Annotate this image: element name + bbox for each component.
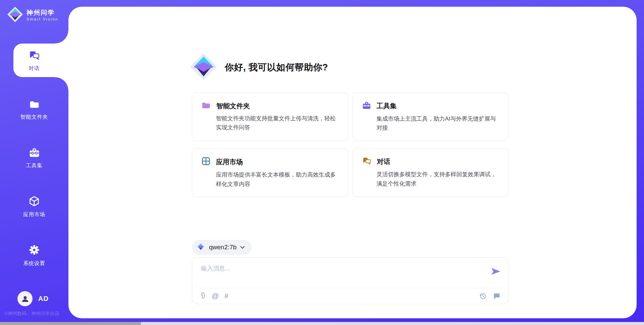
folder-open-icon (202, 101, 211, 111)
main-content: 你好, 我可以如何帮助你? 智能文件夹 智能文件夹功能支持批量文件上传与清洗，轻… (68, 7, 637, 318)
horizontal-scrollbar[interactable] (0, 322, 644, 325)
sidebar-item-smart-folder[interactable]: 智能文件夹 (0, 99, 68, 121)
sidebar-item-app-market[interactable]: 应用市场 (0, 196, 68, 218)
app-window: 神州问学 Smart Vision 对话 智能文件夹 (0, 0, 644, 325)
sidebar-item-toolset[interactable]: 工具集 (0, 147, 68, 169)
model-selector[interactable]: qwen2:7b (192, 240, 252, 255)
card-chat[interactable]: 对话 灵活切换多模型文件，支持多样回复效果调试，满足个性化需求 (353, 148, 509, 197)
chat-bubble-icon (493, 292, 501, 300)
gear-icon (29, 244, 40, 257)
sidebar-item-label: 应用市场 (23, 211, 45, 218)
greeting-title: 你好, 我可以如何帮助你? (225, 61, 328, 73)
sidebar-item-label: 对话 (29, 65, 40, 72)
model-name: qwen2:7b (209, 244, 236, 251)
grid-icon (202, 157, 210, 167)
card-title: 对话 (377, 157, 390, 166)
chat-icon (362, 157, 371, 167)
avatar (17, 291, 33, 306)
message-input[interactable] (200, 264, 470, 286)
brand-name: 神州问学 (26, 9, 58, 17)
message-composer: @ # (192, 257, 508, 304)
card-toolset[interactable]: 工具集 集成市场上主流工具，助力AI与外界无缝扩展与对接 (353, 92, 509, 141)
sidebar: 神州问学 Smart Vision 对话 智能文件夹 (0, 0, 68, 325)
toolbox-icon (362, 101, 371, 111)
folder-icon (29, 99, 40, 111)
cube-icon (29, 196, 40, 208)
greeting-diamond-logo-icon (189, 52, 218, 82)
sidebar-item-settings[interactable]: 系统设置 (0, 244, 68, 267)
card-title: 工具集 (377, 102, 397, 111)
card-title: 智能文件夹 (216, 102, 250, 111)
brand: 神州问学 Smart Vision (7, 6, 58, 24)
toolbox-icon (29, 147, 40, 159)
hash-icon: # (224, 292, 228, 300)
card-smart-folder[interactable]: 智能文件夹 智能文件夹功能支持批量文件上传与清洗，轻松实现文件问答 (192, 92, 348, 141)
quick-chat-button[interactable] (493, 292, 501, 300)
copyright-text: ©神州数码 · 神州问学出品 (4, 311, 59, 317)
scrollbar-thumb[interactable] (0, 322, 141, 325)
person-icon (21, 295, 30, 303)
mention-button[interactable]: @ (212, 292, 219, 299)
send-icon (491, 267, 501, 276)
card-app-market[interactable]: 应用市场 应用市场提供丰富长文本模板，助力高效生成多样化文章内容 (192, 148, 348, 197)
attach-file-button[interactable] (200, 291, 206, 300)
paperclip-icon (200, 291, 206, 300)
card-description: 应用市场提供丰富长文本模板，助力高效生成多样化文章内容 (216, 170, 338, 188)
sidebar-item-label: 工具集 (26, 162, 43, 169)
feature-cards: 智能文件夹 智能文件夹功能支持批量文件上传与清洗，轻松实现文件问答 (192, 92, 508, 197)
user-box[interactable]: AD (17, 291, 49, 306)
brand-subtitle: Smart Vision (26, 17, 58, 21)
user-initials: AD (38, 295, 49, 303)
sidebar-item-label: 智能文件夹 (20, 114, 48, 121)
sidebar-item-chat[interactable]: 对话 (0, 50, 68, 72)
card-description: 灵活切换多模型文件，支持多样回复效果调试，满足个性化需求 (377, 170, 499, 188)
card-description: 智能文件夹功能支持批量文件上传与清洗，轻松实现文件问答 (216, 114, 338, 132)
brand-diamond-logo-icon (7, 6, 23, 24)
card-title: 应用市场 (216, 157, 243, 167)
composer-tools-left: @ # (200, 291, 228, 300)
chat-icon (29, 50, 40, 62)
model-diamond-logo-icon (196, 242, 205, 253)
chevron-down-icon (240, 244, 245, 250)
at-icon: @ (212, 292, 219, 300)
send-button[interactable] (491, 267, 501, 277)
composer-divider (198, 288, 503, 288)
composer-tools-right (479, 292, 501, 300)
history-icon (479, 292, 487, 300)
history-button[interactable] (479, 292, 487, 300)
sidebar-item-label: 系统设置 (23, 260, 45, 267)
greeting: 你好, 我可以如何帮助你? (189, 52, 328, 82)
card-description: 集成市场上主流工具，助力AI与外界无缝扩展与对接 (377, 114, 499, 132)
topic-button[interactable]: # (224, 292, 228, 299)
